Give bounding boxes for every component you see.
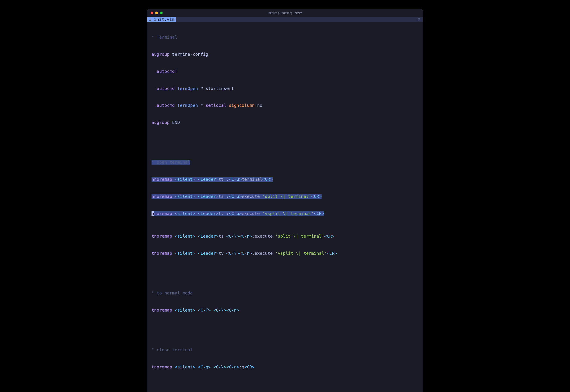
traffic-lights <box>151 12 163 14</box>
tab-active[interactable]: 1 init.vim <box>147 17 176 22</box>
cursor: n <box>151 211 154 216</box>
selected-line: nnoremap <silent> <Leader>tt :<C-u>termi… <box>147 177 423 182</box>
terminal-window: init.vim (~/dotfiles) - NVIM 1 init.vim … <box>147 9 423 392</box>
tabline: 1 init.vim X <box>147 17 423 22</box>
minimize-icon[interactable] <box>155 12 158 14</box>
selected-line-cursor: nnoremap <silent> <Leader>tv :<C-u>execu… <box>147 211 423 217</box>
close-icon[interactable] <box>151 12 153 14</box>
selected-line: " open terminal <box>147 159 423 165</box>
window-title: init.vim (~/dotfiles) - NVIM <box>147 11 423 15</box>
editor-area[interactable]: " Terminal augroup termina-config autocm… <box>147 22 423 392</box>
selected-line: nnoremap <silent> <Leader>ts :<C-u>execu… <box>147 194 423 199</box>
code-comment: " Terminal <box>151 35 177 40</box>
maximize-icon[interactable] <box>160 12 163 14</box>
titlebar: init.vim (~/dotfiles) - NVIM <box>147 9 423 17</box>
code-keyword: augroup <box>151 52 170 57</box>
tab-close-icon[interactable]: X <box>418 17 420 22</box>
